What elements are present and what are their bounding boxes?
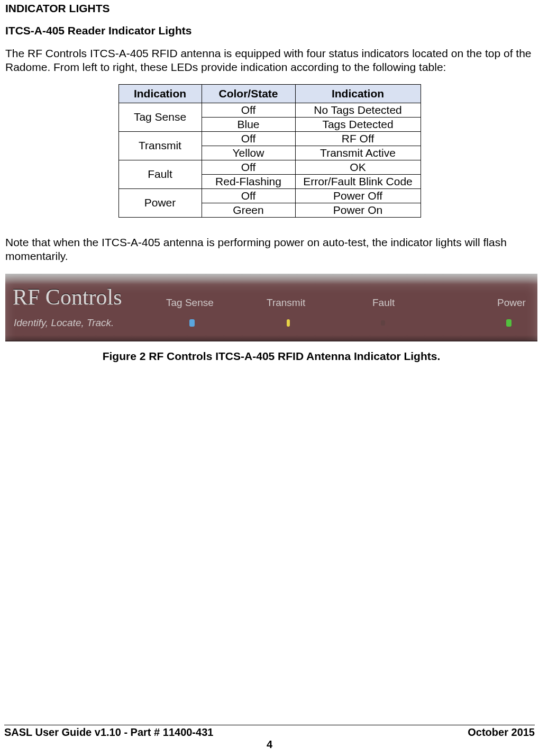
section-title: INDICATOR LIGHTS: [5, 2, 534, 15]
table-row: Tag Sense Off No Tags Detected: [118, 103, 421, 117]
led-label-power: Power: [497, 297, 526, 309]
intro-paragraph: The RF Controls ITCS-A-405 RFID antenna …: [5, 47, 534, 75]
table-header-indication: Indication: [118, 84, 202, 103]
cell-meaning: Tags Detected: [295, 117, 421, 131]
cell-state: Off: [202, 188, 295, 203]
table-header-indication-meaning: Indication: [295, 84, 421, 103]
footer-right: October 2015: [468, 726, 535, 739]
cell-indicator: Tag Sense: [118, 103, 202, 131]
note-paragraph: Note that when the ITCS-A-405 antenna is…: [5, 236, 534, 264]
page-number: 4: [4, 739, 535, 751]
led-icon-fault: [381, 320, 385, 326]
cell-meaning: OK: [295, 160, 421, 174]
cell-indicator: Fault: [118, 160, 202, 188]
device-photo: RF Controls Identify, Locate, Track. Tag…: [5, 274, 537, 341]
led-label-tag-sense: Tag Sense: [166, 297, 214, 309]
cell-state: Off: [202, 160, 295, 174]
table-row: Fault Off OK: [118, 160, 421, 174]
led-label-transmit: Transmit: [267, 297, 305, 309]
cell-state: Blue: [202, 117, 295, 131]
cell-state: Off: [202, 131, 295, 146]
cell-indicator: Transmit: [118, 131, 202, 160]
table-row: Transmit Off RF Off: [118, 131, 421, 146]
table-header-row: Indication Color/State Indication: [118, 84, 421, 103]
cell-meaning: RF Off: [295, 131, 421, 146]
cell-meaning: No Tags Detected: [295, 103, 421, 117]
cell-indicator: Power: [118, 188, 202, 217]
cell-meaning: Power Off: [295, 188, 421, 203]
cell-state: Green: [202, 203, 295, 217]
led-icon-transmit: [287, 319, 290, 327]
brand-text: RF Controls: [13, 284, 122, 310]
tagline-text: Identify, Locate, Track.: [14, 317, 114, 329]
led-icon-power: [506, 319, 511, 327]
sub-title: ITCS-A-405 Reader Indicator Lights: [5, 24, 534, 37]
cell-meaning: Error/Fault Blink Code: [295, 174, 421, 188]
footer-left: SASL User Guide v1.10 - Part # 11400-431: [4, 726, 213, 739]
cell-state: Yellow: [202, 146, 295, 160]
cell-state: Red-Flashing: [202, 174, 295, 188]
indicator-table: Indication Color/State Indication Tag Se…: [118, 84, 421, 218]
led-icon-tag-sense: [189, 319, 195, 327]
cell-meaning: Transmit Active: [295, 146, 421, 160]
table-row: Power Off Power Off: [118, 188, 421, 203]
cell-state: Off: [202, 103, 295, 117]
page-footer: SASL User Guide v1.10 - Part # 11400-431…: [4, 725, 535, 751]
figure-caption: Figure 2 RF Controls ITCS-A-405 RFID Ant…: [5, 350, 537, 363]
led-label-fault: Fault: [372, 297, 395, 309]
cell-meaning: Power On: [295, 203, 421, 217]
table-header-color-state: Color/State: [202, 84, 295, 103]
